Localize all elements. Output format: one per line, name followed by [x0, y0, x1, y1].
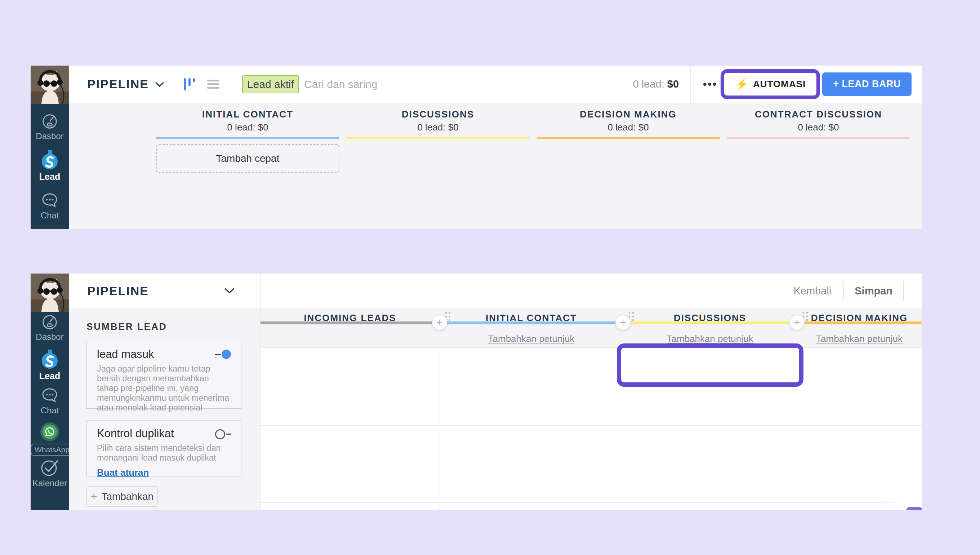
- avatar[interactable]: [30, 274, 69, 312]
- editor-actions: Kembali Simpan: [793, 280, 922, 302]
- sidebar: Dasbor Lead Chat: [30, 66, 69, 229]
- sidebar-item-label: Lead: [30, 371, 69, 381]
- editor-header: PIPELINE Kembali Simpan: [69, 274, 922, 308]
- pipeline-title: PIPELINE: [87, 284, 149, 298]
- card-title: Kontrol duplikat: [97, 427, 174, 440]
- chevron-down-icon[interactable]: [155, 81, 165, 88]
- add-hint-link: Tambahkan petunjuk: [440, 334, 623, 345]
- lead-counter: 0 lead:$0: [633, 78, 679, 90]
- sidebar-item-label: Kalender: [30, 478, 69, 488]
- sidebar-item-lead[interactable]: Lead: [30, 349, 69, 381]
- row-divider: [261, 502, 922, 503]
- sidebar-item-kalender[interactable]: Kalender: [30, 458, 69, 488]
- stage-stats: 0 lead: $0: [156, 122, 339, 133]
- list-view-icon[interactable]: [207, 79, 220, 90]
- cat-avatar-image: [30, 274, 69, 312]
- stage-stats: 0 lead: $0: [727, 122, 910, 133]
- sidebar-item-dasbor[interactable]: Dasbor: [30, 113, 69, 141]
- chat-icon: [41, 192, 58, 209]
- sidebar-item-dasbor[interactable]: Dasbor: [30, 314, 69, 342]
- stage-header-strip: INCOMING LEADS INITIAL CONTACT DISCUSSIO…: [261, 308, 922, 348]
- pipeline-selector: PIPELINE: [69, 274, 261, 308]
- pipeline-board-window: Dasbor Lead Chat PIPELINE: [30, 66, 922, 229]
- avatar[interactable]: [30, 66, 69, 104]
- add-hint-link: Tambahkan petunjuk: [623, 334, 797, 345]
- sidebar-item-whatsapp[interactable]: WhatsApp: [30, 422, 69, 456]
- card-title: lead masuk: [97, 348, 154, 361]
- divider: [690, 66, 691, 103]
- kanban-board: INITIAL CONTACT 0 lead: $0 Tambah cepat …: [69, 103, 922, 229]
- stage-color-bar: [346, 137, 530, 139]
- new-lead-button[interactable]: + LEAD BARU: [822, 72, 911, 96]
- row-divider: [261, 387, 922, 387]
- stage-column-discussions: DISCUSSIONS 0 lead: $0: [346, 103, 530, 139]
- column-divider: [440, 348, 440, 510]
- tutorial-highlight-box: [617, 343, 804, 387]
- stage-stats: 0 lead: $0: [346, 122, 530, 133]
- section-title: SUMBER LEAD: [86, 321, 260, 332]
- chat-icon: [41, 387, 58, 404]
- stage-color-bar: [727, 137, 910, 139]
- stage-column-decision-making: DECISION MAKING 0 lead: $0: [536, 103, 720, 139]
- sidebar-item-label: Dasbor: [30, 332, 69, 342]
- stage-color-bar: [156, 137, 339, 139]
- save-button[interactable]: Simpan: [844, 280, 904, 302]
- add-stage-button[interactable]: +: [615, 315, 631, 330]
- row-divider: [261, 425, 922, 426]
- sidebar-item-label: Chat: [30, 210, 69, 221]
- board-header: PIPELINE Lead aktif Cari dan saring: [69, 66, 922, 103]
- card-description: Pilih cara sistem mendeteksi dan menanga…: [97, 443, 231, 463]
- sidebar-item-chat[interactable]: Chat: [30, 192, 69, 221]
- whatsapp-icon: [40, 422, 59, 441]
- filter-badge[interactable]: Lead aktif: [242, 75, 299, 93]
- search-input[interactable]: Cari dan saring: [304, 78, 377, 90]
- back-button[interactable]: Kembali: [793, 285, 831, 297]
- stage-column-initial-contact: INITIAL CONTACT 0 lead: $0 Tambah cepat: [156, 103, 339, 173]
- tutorial-cursor-chip: [906, 507, 922, 510]
- stage-color-bar: [440, 321, 623, 324]
- sidebar-item-label: Dasbor: [30, 131, 69, 141]
- sidebar: Dasbor Lead Chat: [30, 274, 69, 510]
- dashboard-icon: [42, 113, 58, 130]
- cursor-glow: [878, 472, 922, 510]
- card-description: Jaga agar pipeline kamu tetap bersih den…: [97, 364, 231, 413]
- add-source-button[interactable]: + Tambahkan: [86, 486, 158, 507]
- quick-add-button[interactable]: Tambah cepat: [156, 144, 339, 173]
- lightning-icon: ⚡: [735, 78, 749, 90]
- add-hint-link: Tambahkan petunjuk: [797, 334, 922, 345]
- stage-name: DISCUSSIONS: [346, 109, 530, 120]
- toggle-off[interactable]: [215, 428, 231, 439]
- stage-color-bar: [797, 321, 922, 324]
- stage-name: DECISION MAKING: [536, 109, 720, 120]
- add-stage-button[interactable]: +: [789, 315, 804, 330]
- whatsapp-label-badge: WhatsApp: [30, 444, 74, 456]
- row-divider: [261, 464, 922, 464]
- automation-button[interactable]: ⚡ AUTOMASI: [725, 74, 815, 94]
- stage-name: CONTRACT DISCUSSION: [727, 109, 910, 120]
- stage-color-bar: [261, 321, 440, 324]
- stage-stats: 0 lead: $0: [536, 122, 720, 133]
- pipeline-title: PIPELINE: [87, 77, 149, 91]
- sidebar-item-label: Chat: [30, 406, 69, 415]
- plus-icon: +: [91, 491, 97, 503]
- lead-icon: [40, 150, 59, 170]
- kanban-view-icon[interactable]: [182, 77, 196, 91]
- stage-name: INITIAL CONTACT: [156, 109, 339, 120]
- stage-column-contract-discussion: CONTRACT DISCUSSION 0 lead: $0: [727, 103, 910, 139]
- cat-avatar-image: [30, 66, 69, 104]
- more-menu-button[interactable]: •••: [703, 78, 718, 90]
- stage-color-bar: [623, 321, 797, 324]
- toggle-on[interactable]: [215, 349, 231, 359]
- sidebar-item-lead[interactable]: Lead: [30, 150, 69, 182]
- view-switcher: [182, 77, 220, 91]
- dashboard-icon: [42, 314, 58, 330]
- sidebar-item-chat[interactable]: Chat: [30, 387, 69, 415]
- lead-source-card-duplicates: Kontrol duplikat Pilih cara sistem mende…: [86, 420, 242, 476]
- stage-color-bar: [536, 137, 720, 139]
- lead-sources-panel: SUMBER LEAD lead masuk Jaga agar pipelin…: [69, 308, 261, 510]
- create-rule-link[interactable]: Buat aturan: [97, 467, 149, 478]
- add-stage-button[interactable]: +: [432, 315, 447, 330]
- tutorial-highlight-ring: ⚡ AUTOMASI: [721, 69, 820, 99]
- chevron-down-icon[interactable]: [224, 287, 235, 294]
- pipeline-editor-window: Dasbor Lead Chat: [30, 274, 922, 510]
